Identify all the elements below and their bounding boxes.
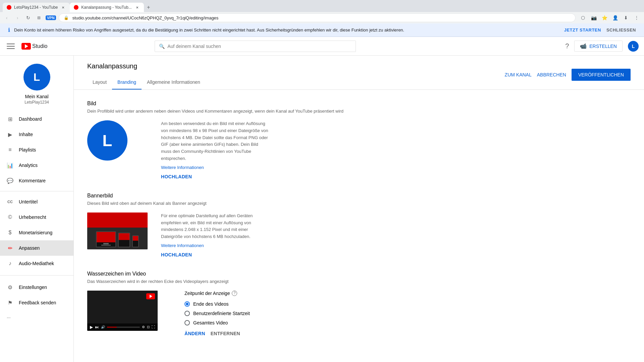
new-tab-button[interactable]: + — [144, 3, 153, 12]
device-monitor — [96, 231, 116, 247]
sidebar: L Mein Kanal LetsPlay1234 ⊞ Dashboard ▶ … — [0, 56, 74, 362]
sidebar-item-einstellungen[interactable]: ⚙ Einstellungen — [0, 280, 73, 295]
bild-info-link[interactable]: Weitere Informationen — [161, 165, 268, 170]
sidebar-item-monetarisierung[interactable]: $ Monetarisierung — [0, 225, 73, 240]
wasserzeichen-aendern-button[interactable]: ÄNDERN — [184, 331, 205, 336]
radio-group: Ende des Videos Benutzerdefinierte Start… — [184, 301, 250, 325]
app: ℹ Dein Konto ist einem höheren Risiko vo… — [0, 23, 644, 362]
watermark-play-icon — [150, 295, 152, 298]
banner-start-button[interactable]: JETZT STARTEN — [564, 27, 601, 33]
sidebar-item-feedback[interactable]: ⚑ Feedback senden — [0, 295, 73, 310]
sidebar-item-dashboard[interactable]: ⊞ Dashboard — [0, 111, 73, 127]
sidebar-item-untertitel[interactable]: CC Untertitel — [0, 194, 73, 209]
theater-button[interactable]: ⊡ — [147, 325, 150, 329]
download-icon[interactable]: ⬇ — [621, 13, 631, 22]
bild-upload-button[interactable]: HOCHLADEN — [161, 174, 192, 179]
radio-gesamtes-input[interactable] — [184, 320, 190, 325]
abbrechen-button[interactable]: ABBRECHEN — [537, 72, 566, 77]
home-button[interactable]: ⊞ — [35, 14, 43, 22]
tab-branding[interactable]: Branding — [112, 75, 142, 89]
options-help-icon[interactable]: ? — [232, 291, 237, 296]
page-body: Bild Dein Profilbild wird unter anderem … — [74, 90, 644, 360]
bannerbild-info-text: Für eine optimale Darstellung auf allen … — [161, 213, 268, 240]
logo[interactable]: Studio — [21, 43, 47, 50]
settings-button[interactable]: ⚙ — [142, 325, 145, 329]
sidebar-item-analytics[interactable]: 📊 Analytics — [0, 158, 73, 173]
radio-gesamtes-label: Gesamtes Video — [193, 320, 228, 325]
extensions-icon[interactable]: ⬡ — [578, 13, 588, 22]
sidebar-nav: ⊞ Dashboard ▶ Inhalte ≡ Playlists 📊 Anal… — [0, 110, 73, 273]
sidebar-item-inhalte[interactable]: ▶ Inhalte — [0, 127, 73, 142]
sidebar-channel-name: Mein Kanal — [25, 94, 48, 99]
address-bar[interactable]: 🔒 studio.youtube.com/channel/UCocN6zQPHQ… — [59, 13, 576, 22]
back-button[interactable]: ‹ — [3, 14, 11, 22]
radio-benutzerdefiniert[interactable]: Benutzerdefinierte Startzeit — [184, 311, 250, 316]
bild-desc: Dein Profilbild wird unter anderem neben… — [87, 109, 631, 114]
inhalte-icon: ▶ — [7, 131, 13, 138]
address-text: studio.youtube.com/channel/UCocN6zQPHQZ_… — [72, 15, 219, 20]
yt-logo-icon — [21, 43, 31, 50]
banner-preview-container — [87, 213, 148, 249]
tab-layout[interactable]: Layout — [87, 75, 112, 89]
help-icon[interactable]: ? — [565, 42, 569, 50]
tab-1[interactable]: LetsPlay1234 - YouTube ✕ — [3, 3, 70, 12]
sidebar-item-label-analytics: Analytics — [19, 163, 38, 168]
tab-1-close[interactable]: ✕ — [60, 5, 66, 10]
bannerbild-info: Für eine optimale Darstellung auf allen … — [161, 213, 268, 257]
sidebar-item-audio-mediathek[interactable]: ♪ Audio-Mediathek — [0, 256, 73, 271]
profile-icon[interactable]: 👤 — [610, 13, 620, 22]
sidebar-item-label-feedback: Feedback senden — [19, 300, 56, 305]
settings-dots-icon[interactable]: ⋮ — [632, 13, 641, 22]
create-icon: 📹 — [580, 43, 587, 49]
radio-ende-input[interactable] — [184, 301, 190, 307]
search-input[interactable] — [167, 44, 352, 49]
browser-right-icons: ⬡ 📷 ⭐ 👤 ⬇ ⋮ — [578, 13, 641, 22]
sidebar-bottom: ⚙ Einstellungen ⚑ Feedback senden ... — [0, 278, 73, 324]
tab-2-close[interactable]: ✕ — [135, 5, 140, 10]
more-options[interactable]: ... — [0, 310, 73, 322]
create-button[interactable]: 📹 ERSTELLEN — [574, 41, 623, 52]
sidebar-item-label-kommentare: Kommentare — [19, 178, 46, 183]
wasserzeichen-entfernen-button[interactable]: ENTFERNEN — [211, 331, 240, 336]
vpn-badge: VPN — [46, 15, 56, 20]
sidebar-item-urheberrecht[interactable]: © Urheberrecht — [0, 209, 73, 225]
dashboard-icon: ⊞ — [7, 116, 13, 122]
watermark-logo — [146, 293, 155, 299]
banner-close-button[interactable]: SCHLIESSEN — [606, 27, 636, 33]
radio-benutzerdefiniert-input[interactable] — [184, 311, 190, 316]
radio-gesamtes[interactable]: Gesamtes Video — [184, 320, 250, 325]
radio-ende[interactable]: Ende des Videos — [184, 301, 250, 307]
radio-benutzerdefiniert-label: Benutzerdefinierte Startzeit — [193, 311, 250, 316]
header-right: ? 📹 ERSTELLEN L — [565, 41, 639, 52]
bookmark-icon[interactable]: ⭐ — [600, 13, 609, 22]
veroeffentlichen-button[interactable]: VERÖFFENTLICHEN — [572, 69, 631, 81]
search-bar: 🔍 — [155, 41, 356, 52]
menu-button[interactable] — [5, 41, 16, 52]
forward-button[interactable]: › — [13, 14, 21, 22]
tab-allgemeine[interactable]: Allgemeine Informationen — [142, 75, 206, 89]
volume-button[interactable]: 🔊 — [101, 325, 105, 329]
banner-actions: JETZT STARTEN SCHLIESSEN — [564, 27, 636, 33]
sidebar-item-label-dashboard: Dashboard — [19, 116, 42, 122]
sidebar-item-label-playlists: Playlists — [19, 147, 36, 153]
page-tabs: Layout Branding Allgemeine Informationen — [87, 75, 505, 89]
play-button[interactable]: ▶ — [90, 325, 93, 329]
lock-icon: 🔒 — [63, 14, 70, 21]
refresh-button[interactable]: ↻ — [24, 14, 32, 22]
user-avatar[interactable]: L — [628, 41, 639, 52]
search-input-wrap: 🔍 — [155, 41, 356, 52]
screenshot-icon[interactable]: 📷 — [589, 13, 598, 22]
sidebar-item-anpassen[interactable]: ✏ Anpassen — [0, 240, 73, 256]
zum-kanal-button[interactable]: ZUM KANAL — [505, 72, 532, 77]
tab-2[interactable]: Kanalanpassung - YouTub... ✕ — [70, 3, 144, 12]
sidebar-item-playlists[interactable]: ≡ Playlists — [0, 142, 73, 158]
monetarisierung-icon: $ — [7, 229, 13, 236]
tab-bar: LetsPlay1234 - YouTube ✕ Kanalanpassung … — [0, 0, 644, 12]
progress-bar[interactable] — [107, 327, 140, 327]
next-button[interactable]: ⏭ — [95, 325, 99, 329]
bannerbild-info-link[interactable]: Weitere Informationen — [161, 243, 268, 248]
untertitel-icon: CC — [7, 198, 13, 205]
sidebar-item-kommentare[interactable]: 💬 Kommentare — [0, 173, 73, 188]
fullscreen-button[interactable]: ⛶ — [152, 325, 155, 329]
bannerbild-upload-button[interactable]: HOCHLADEN — [161, 252, 192, 257]
